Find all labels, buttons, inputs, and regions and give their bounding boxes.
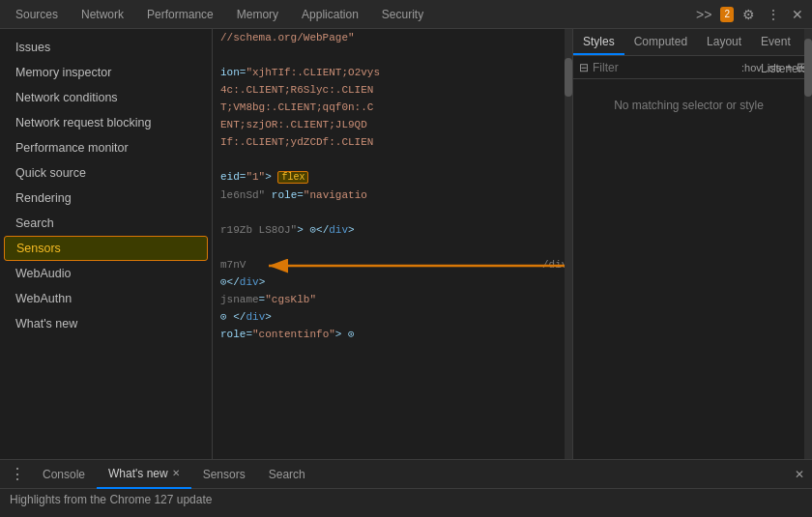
- code-line-4: 4c:.CLIENT;R6Slyc:.CLIEN: [213, 81, 572, 99]
- code-line-10: le6nSd" role="navigatio: [213, 187, 572, 204]
- close-devtools-icon[interactable]: ✕: [789, 7, 806, 22]
- code-line-14: m7nV /div>: [213, 256, 572, 273]
- code-line-13: [213, 239, 572, 256]
- code-line-3: ion="xjhTIf:.CLIENT;O2vys: [213, 64, 572, 81]
- tab-security[interactable]: Security: [370, 0, 435, 29]
- code-line-16: jsname="cgsKlb": [213, 291, 572, 308]
- drawer-panel: Issues Memory inspector Network conditio…: [0, 29, 213, 459]
- code-line-11: [213, 204, 572, 221]
- bottom-tab-sensors[interactable]: Sensors: [191, 460, 257, 489]
- drawer-item-webauthn[interactable]: WebAuthn: [0, 286, 212, 311]
- tab-application[interactable]: Application: [290, 0, 370, 29]
- bottom-status-text: Highlights from the Chrome 127 update: [0, 489, 812, 510]
- filter-input[interactable]: [593, 61, 738, 74]
- bottom-tab-bar: ⋮ Console What's new ✕ Sensors Search ✕: [0, 460, 812, 489]
- right-panel-scrollbar-thumb[interactable]: [804, 39, 812, 97]
- code-scroll-area[interactable]: //schema.org/WebPage" ion="xjhTIf:.CLIEN…: [213, 29, 572, 459]
- close-bottom-bar-icon[interactable]: ✕: [787, 460, 812, 489]
- tab-network[interactable]: Network: [70, 0, 135, 29]
- tab-performance[interactable]: Performance: [135, 0, 225, 29]
- code-line-15: ⊙</div>: [213, 273, 572, 291]
- code-line-5: T;VM8bg:.CLIENT;qqf0n:.C: [213, 99, 572, 116]
- drawer-item-sensors[interactable]: Sensors: [4, 236, 208, 261]
- tab-styles[interactable]: Styles: [573, 28, 624, 55]
- code-line-6: ENT;szjOR:.CLIENT;JL9QD: [213, 116, 572, 133]
- code-line-12: r19Zb LS8OJ"> ⊙</div>: [213, 221, 572, 239]
- no-match-message: No matching selector or style: [573, 79, 804, 131]
- styles-panel: Styles Computed Layout Event Listeners >…: [572, 29, 804, 459]
- code-line-18: role="contentinfo"> ⊙: [213, 326, 572, 343]
- bottom-tab-search[interactable]: Search: [257, 460, 317, 489]
- drawer-item-quick-source[interactable]: Quick source: [0, 160, 212, 186]
- code-line-7: If:.CLIENT;ydZCDf:.CLIEN: [213, 133, 572, 151]
- close-whats-new-tab[interactable]: ✕: [172, 459, 180, 488]
- tab-event-listeners[interactable]: Event Listeners: [751, 28, 812, 55]
- drawer-item-whats-new[interactable]: What's new: [0, 311, 212, 336]
- tab-computed[interactable]: Computed: [624, 28, 697, 55]
- code-line-8: [213, 151, 572, 168]
- bottom-tab-console[interactable]: Console: [31, 460, 97, 489]
- cls-button[interactable]: .cls: [766, 62, 782, 73]
- hov-button[interactable]: :hov: [741, 62, 762, 73]
- more-menu-icon[interactable]: ⋮: [764, 7, 783, 22]
- drawer-item-search[interactable]: Search: [0, 211, 212, 236]
- code-panel: //schema.org/WebPage" ion="xjhTIf:.CLIEN…: [213, 29, 572, 459]
- code-line-9: eid="1"> flex: [213, 168, 572, 187]
- more-tabs-button[interactable]: >>: [693, 7, 714, 22]
- tab-layout[interactable]: Layout: [697, 28, 751, 55]
- bottom-tab-whats-new-label: What's new: [108, 459, 168, 488]
- tab-sources[interactable]: Sources: [4, 0, 70, 29]
- settings-icon[interactable]: ⚙: [740, 7, 758, 22]
- filter-icon: ⊟: [579, 61, 589, 74]
- add-style-icon[interactable]: +: [785, 60, 793, 74]
- arrow-indicator: [259, 258, 572, 273]
- code-line-2: [213, 46, 572, 64]
- top-tab-bar: Sources Network Performance Memory Appli…: [0, 0, 812, 29]
- code-line-17: ⊙ </div>: [213, 308, 572, 326]
- bottom-tab-whats-new[interactable]: What's new ✕: [97, 460, 191, 489]
- bottom-more-icon[interactable]: ⋮: [4, 465, 31, 483]
- drawer-item-network-request-blocking[interactable]: Network request blocking: [0, 110, 212, 135]
- code-panel-scrollbar-thumb[interactable]: [565, 58, 572, 97]
- code-panel-scrollbar[interactable]: [565, 29, 572, 459]
- drawer-item-network-conditions[interactable]: Network conditions: [0, 85, 212, 110]
- main-area: Issues Memory inspector Network conditio…: [0, 29, 812, 459]
- right-panel-scrollbar[interactable]: [804, 29, 812, 459]
- drawer-item-performance-monitor[interactable]: Performance monitor: [0, 135, 212, 160]
- drawer-item-webaudio[interactable]: WebAudio: [0, 261, 212, 286]
- code-line-1: //schema.org/WebPage": [213, 29, 572, 46]
- bottom-bar: ⋮ Console What's new ✕ Sensors Search ✕ …: [0, 459, 812, 517]
- styles-filter-bar: ⊟ :hov .cls + ⊞ ⊟: [573, 56, 804, 79]
- drawer-item-issues[interactable]: Issues: [0, 35, 212, 60]
- top-bar-actions: >> 2 ⚙ ⋮ ✕: [693, 7, 812, 22]
- drawer-item-rendering[interactable]: Rendering: [0, 186, 212, 211]
- drawer-item-memory-inspector[interactable]: Memory inspector: [0, 60, 212, 85]
- styles-tab-bar: Styles Computed Layout Event Listeners >…: [573, 29, 804, 56]
- notification-badge: 2: [720, 7, 734, 22]
- tab-memory[interactable]: Memory: [225, 0, 290, 29]
